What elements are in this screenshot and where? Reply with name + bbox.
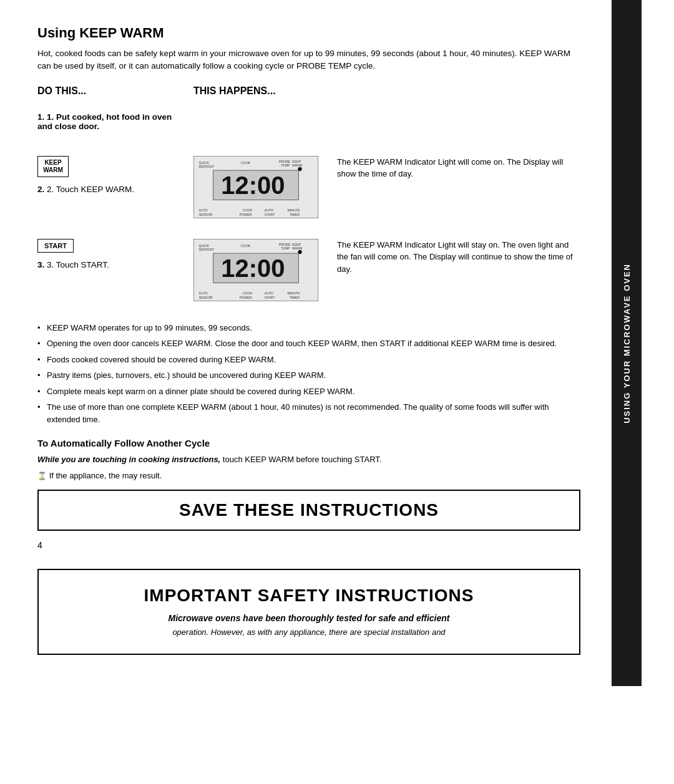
svg-text:QUICK: QUICK — [198, 243, 209, 247]
svg-text:POWER: POWER — [240, 212, 252, 216]
svg-text:PROBE: PROBE — [279, 159, 291, 163]
step-1-left: 1. 1. Put cooked, hot food in oven and c… — [37, 112, 175, 137]
bullet-item: Pastry items (pies, turnovers, etc.) sho… — [37, 369, 580, 382]
svg-text:DEFROST: DEFROST — [198, 247, 215, 251]
step-3-desc: The KEEP WARM Indicator Light will stay … — [337, 239, 580, 276]
svg-text:MINUTE: MINUTE — [288, 291, 301, 295]
auto-follow-title: To Automatically Follow Another Cycle — [37, 438, 580, 448]
svg-text:COOK: COOK — [243, 291, 253, 295]
step-3-left: START 3. 3. Touch START. — [37, 239, 175, 276]
svg-text:TIMER: TIMER — [290, 295, 300, 299]
svg-text:PROBE: PROBE — [279, 242, 291, 246]
step-1-label: 1. 1. Put cooked, hot food in oven and c… — [37, 112, 175, 131]
step-2-row: KEEP WARM 2. 2. Touch KEEP WARM. QUICK D… — [37, 156, 580, 220]
svg-text:KEEP: KEEP — [292, 159, 301, 163]
column-headers: DO THIS... THIS HAPPENS... — [37, 85, 580, 106]
important-title: IMPORTANT SAFETY INSTRUCTIONS — [64, 586, 554, 606]
svg-text:TIMER: TIMER — [290, 212, 300, 216]
main-content: Using KEEP WARM Hot, cooked foods can be… — [0, 0, 612, 686]
bullet-item: Complete meals kept warm on a dinner pla… — [37, 385, 580, 398]
important-safety-box: IMPORTANT SAFETY INSTRUCTIONS Microwave … — [37, 569, 580, 656]
step-2-desc: The KEEP WARM Indicator Light will come … — [337, 156, 580, 180]
svg-text:TEMP: TEMP — [281, 246, 290, 249]
keep-warm-button[interactable]: KEEP WARM — [37, 156, 69, 177]
sidebar-label: USING YOUR MICROWAVE OVEN — [622, 263, 632, 423]
svg-text:QUICK: QUICK — [198, 160, 209, 164]
svg-text:COOK: COOK — [241, 243, 251, 247]
bullet-item: Opening the oven door cancels KEEP WARM.… — [37, 337, 580, 350]
microwave-display-1: QUICK DEFROST COOK PROBE TEMP KEEP WARM … — [193, 156, 318, 218]
intro-text: Hot, cooked foods can be safely kept war… — [37, 47, 580, 73]
svg-text:WARM: WARM — [292, 246, 302, 249]
svg-text:AUTO: AUTO — [198, 208, 208, 212]
sidebar: USING YOUR MICROWAVE OVEN — [612, 0, 642, 686]
start-button[interactable]: START — [37, 239, 74, 253]
svg-text:COOK: COOK — [243, 208, 253, 212]
microwave-display-2: QUICK DEFROST COOK PROBE TEMP KEEP WARM … — [193, 239, 318, 301]
page-number: 4 — [37, 540, 580, 550]
svg-text:12:00: 12:00 — [221, 172, 285, 199]
svg-text:POWER: POWER — [240, 295, 252, 299]
bullet-item: Foods cooked covered should be covered d… — [37, 354, 580, 366]
save-title: SAVE THESE INSTRUCTIONS — [48, 500, 570, 520]
svg-text:WARM: WARM — [292, 163, 302, 167]
svg-text:AUTO: AUTO — [265, 291, 274, 295]
svg-text:KEEP: KEEP — [292, 242, 301, 246]
svg-text:AUTO: AUTO — [265, 208, 274, 212]
svg-text:MINUTE: MINUTE — [288, 208, 301, 212]
truncated-line: ⌛ If the appliance, the may result. — [37, 471, 580, 480]
svg-text:START: START — [265, 212, 276, 216]
svg-text:COOK: COOK — [241, 160, 251, 164]
svg-text:START: START — [265, 295, 276, 299]
important-subtitle: Microwave ovens have been thoroughly tes… — [64, 613, 554, 623]
auto-follow-text: While you are touching in cooking instru… — [37, 453, 580, 466]
section-title: Using KEEP WARM — [37, 25, 580, 41]
step-2-display: QUICK DEFROST COOK PROBE TEMP KEEP WARM … — [193, 156, 318, 220]
this-happens-header: THIS HAPPENS... — [193, 85, 580, 106]
save-instructions-box: SAVE THESE INSTRUCTIONS — [37, 490, 580, 531]
svg-text:SENSOR: SENSOR — [198, 212, 212, 216]
bullet-list: KEEP WARM operates for up to 99 minutes,… — [37, 322, 580, 426]
svg-text:12:00: 12:00 — [221, 254, 285, 282]
step-2-label: 2. 2. Touch KEEP WARM. — [37, 185, 175, 194]
step-3-label: 3. 3. Touch START. — [37, 260, 175, 269]
svg-text:TEMP: TEMP — [281, 163, 290, 167]
bullet-item: KEEP WARM operates for up to 99 minutes,… — [37, 322, 580, 334]
do-this-header: DO THIS... — [37, 85, 175, 106]
important-text: operation. However, as with any applianc… — [64, 626, 554, 639]
step-2-left: KEEP WARM 2. 2. Touch KEEP WARM. — [37, 156, 175, 200]
step-1-row: 1. 1. Put cooked, hot food in oven and c… — [37, 112, 580, 137]
svg-text:SENSOR: SENSOR — [198, 295, 212, 299]
step-3-row: START 3. 3. Touch START. QUICK DEFROST C… — [37, 239, 580, 303]
bullet-item: The use of more than one complete KEEP W… — [37, 401, 580, 425]
svg-text:DEFROST: DEFROST — [198, 164, 215, 168]
svg-text:AUTO: AUTO — [198, 291, 208, 295]
step-3-display: QUICK DEFROST COOK PROBE TEMP KEEP WARM … — [193, 239, 318, 303]
